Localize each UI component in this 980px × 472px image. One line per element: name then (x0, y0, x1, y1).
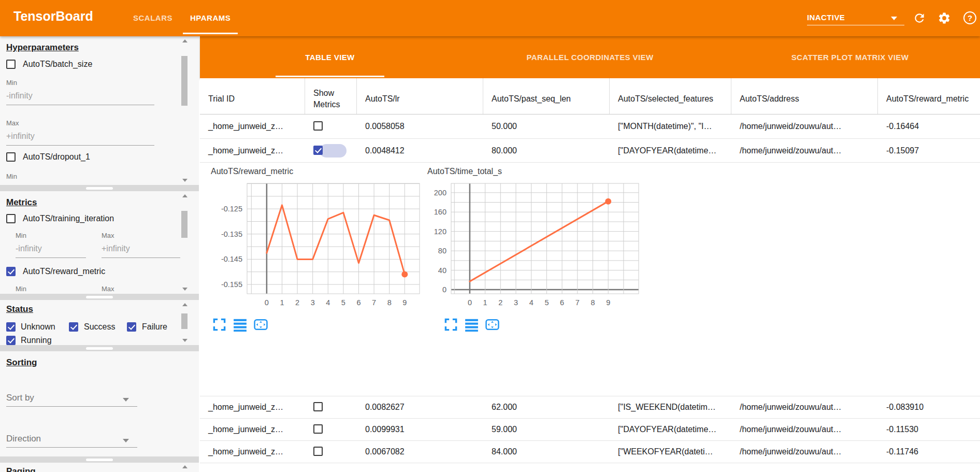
hyperparameters-heading: Hyperparameters (6, 42, 79, 53)
cell-selected-features: ["DAYOFYEAR(datetime… (610, 139, 731, 162)
col-header-address[interactable]: AutoTS/address (731, 78, 878, 114)
section-scrollbar[interactable] (181, 463, 189, 472)
cell-lr: 0.0058058 (357, 115, 483, 138)
svg-text:4: 4 (529, 298, 534, 307)
tab-parallel-coordinates-view[interactable]: PARALLEL COORDINATES VIEW (460, 36, 720, 78)
min-input[interactable]: -infinity (6, 91, 33, 101)
cell-lr: 0.0067082 (357, 441, 483, 463)
cell-selected-features: ["DAYOFYEAR(datetime… (610, 419, 731, 440)
hparams-main-pane: TABLE VIEW PARALLEL COORDINATES VIEW SCA… (200, 36, 980, 472)
input-underline (6, 145, 154, 146)
checkbox-status-failure[interactable] (127, 322, 136, 332)
cell-lr: 0.0048412 (357, 139, 483, 162)
direction-select[interactable]: Direction (6, 434, 41, 444)
refresh-icon[interactable] (913, 11, 926, 25)
checkbox-status-unknown[interactable] (6, 322, 16, 332)
fullscreen-icon[interactable] (444, 318, 458, 332)
cell-trial-id: _home_junweid_z… (200, 139, 305, 162)
section-scrollbar[interactable] (181, 300, 189, 345)
cell-past-seq-len: 80.000 (483, 139, 610, 162)
cell-selected-features: ["MONTH(datetime)", "I… (610, 115, 731, 138)
max-input[interactable]: +infinity (102, 244, 130, 253)
svg-text:1: 1 (483, 298, 487, 307)
checkbox-status-success[interactable] (69, 322, 78, 332)
status-label: Running (21, 336, 52, 345)
time-total-line-chart[interactable]: 040801201602000123456789 (431, 180, 648, 312)
checkbox-dropout-1[interactable] (6, 152, 16, 162)
svg-text:8: 8 (590, 298, 595, 307)
svg-text:160: 160 (434, 208, 446, 216)
tab-scatter-plot-matrix-view[interactable]: SCATTER PLOT MATRIX VIEW (720, 36, 980, 78)
view-data-lines-icon[interactable] (465, 318, 479, 332)
section-scrollbar[interactable] (181, 191, 189, 294)
min-label: Min (16, 232, 26, 239)
cell-address: /home/junweid/zouwu/aut… (731, 419, 878, 440)
table-row: _home_junweid_z… 0.0099931 59.000 ["DAYO… (200, 419, 980, 441)
checkbox-reward-metric[interactable] (6, 267, 16, 276)
section-resize-handle[interactable] (0, 345, 199, 351)
col-header-lr[interactable]: AutoTS/lr (357, 78, 483, 114)
min-label: Min (6, 79, 17, 87)
checkbox-training-iteration[interactable] (6, 214, 16, 223)
pan-zoom-icon[interactable] (485, 318, 499, 332)
section-resize-handle[interactable] (0, 185, 199, 191)
view-data-lines-icon[interactable] (233, 318, 247, 332)
svg-text:-0.145: -0.145 (221, 255, 242, 263)
cell-reward-metric: -0.11746 (878, 441, 980, 463)
cell-address: /home/junweid/zouwu/aut… (731, 115, 878, 138)
show-metrics-checkbox[interactable] (313, 121, 323, 131)
svg-text:40: 40 (438, 266, 446, 275)
max-label: Max (102, 232, 114, 239)
show-metrics-checkbox[interactable] (313, 447, 323, 456)
section-resize-handle[interactable] (0, 294, 199, 300)
sort-by-select[interactable]: Sort by (6, 393, 34, 403)
col-header-show-metrics[interactable]: Show Metrics (305, 78, 357, 114)
show-metrics-checkbox[interactable] (313, 424, 323, 434)
min-input[interactable]: -infinity (16, 244, 42, 253)
cell-trial-id: _home_junweid_z… (200, 115, 305, 138)
svg-text:0: 0 (265, 298, 269, 307)
reward-metric-line-chart[interactable]: -0.125-0.135-0.145-0.1550123456789 (205, 180, 429, 312)
sidebar-section-metrics: Metrics AutoTS/training_iteration Min Ma… (0, 191, 199, 294)
run-status-dropdown[interactable]: INACTIVE (807, 0, 904, 36)
input-underline (6, 105, 154, 105)
cell-past-seq-len: 59.000 (483, 419, 610, 440)
show-metrics-checkbox[interactable] (313, 146, 323, 155)
cell-address: /home/junweid/zouwu/aut… (731, 441, 878, 463)
svg-text:5: 5 (544, 298, 549, 307)
svg-text:0: 0 (468, 298, 472, 307)
cell-reward-metric: -0.083910 (878, 396, 980, 418)
tab-table-view[interactable]: TABLE VIEW (200, 36, 460, 78)
svg-text:6: 6 (356, 298, 361, 307)
sidebar-section-paging: Paging (0, 463, 199, 472)
fullscreen-icon[interactable] (212, 318, 226, 332)
checkbox-batch-size[interactable] (6, 60, 16, 69)
svg-text:0: 0 (442, 285, 446, 294)
max-input[interactable]: +infinity (6, 132, 35, 141)
sidebar-section-status: Status Unknown Success Failure Running (0, 300, 199, 345)
col-header-selected-features[interactable]: AutoTS/selected_features (610, 78, 731, 114)
nav-tab-hparams[interactable]: HPARAMS (183, 0, 238, 36)
cell-trial-id: _home_junweid_z… (200, 419, 305, 440)
svg-text:3: 3 (514, 298, 518, 307)
sidebar-section-hyperparameters: Hyperparameters AutoTS/batch_size Min -i… (0, 36, 199, 185)
checkbox-status-running[interactable] (6, 336, 16, 345)
svg-text:80: 80 (438, 247, 446, 255)
svg-text:2: 2 (295, 298, 299, 307)
nav-tab-scalars[interactable]: SCALARS (126, 0, 180, 36)
section-resize-handle[interactable] (0, 456, 199, 463)
cell-reward-metric: -0.11530 (878, 419, 980, 440)
col-header-reward-metric[interactable]: AutoTS/reward_metric (878, 78, 980, 114)
pan-zoom-icon[interactable] (254, 318, 268, 332)
help-icon[interactable]: ? (963, 11, 976, 24)
settings-gear-icon[interactable] (938, 11, 951, 25)
col-header-trial-id[interactable]: Trial ID (200, 78, 305, 114)
show-metrics-checkbox[interactable] (313, 402, 323, 411)
col-header-past-seq-len[interactable]: AutoTS/past_seq_len (483, 78, 610, 114)
chart-toolbar (212, 318, 268, 332)
metric-label: AutoTS/training_iteration (23, 214, 114, 223)
chart-toolbar (444, 318, 499, 332)
table-row: _home_junweid_z… 0.0067082 84.000 ["WEEK… (200, 441, 980, 463)
table-row-expanded: _home_junweid_z… 0.0048412 80.000 ["DAYO… (200, 139, 980, 163)
section-scrollbar[interactable] (181, 36, 189, 185)
